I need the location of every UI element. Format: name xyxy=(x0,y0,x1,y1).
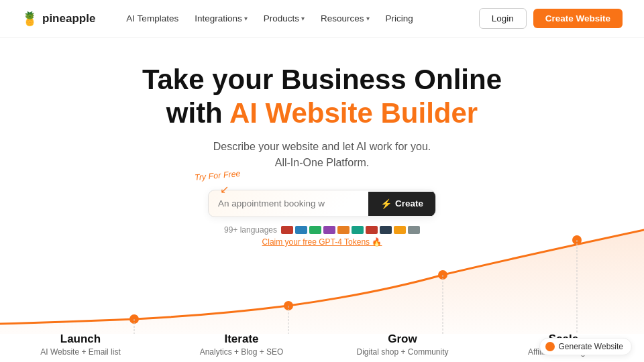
generate-badge-label: Generate Website xyxy=(559,342,624,351)
nav-links: AI Templates Integrations ▾ Products ▾ R… xyxy=(119,9,478,27)
hero-section: Take your Business Online with AI Websit… xyxy=(0,38,644,247)
nav-item-pricing[interactable]: Pricing xyxy=(379,9,420,27)
stage-grow-name: Grow xyxy=(322,333,483,346)
stage-iterate: Iterate Analytics + Blog + SEO xyxy=(161,333,322,362)
stage-launch-name: Launch xyxy=(0,333,161,346)
stage-launch-desc: AI Website + Email list xyxy=(0,347,161,357)
nav-item-products[interactable]: Products ▾ xyxy=(257,9,311,27)
input-wrapper: Try For Free ↙ ⚡ Create xyxy=(208,190,436,217)
stage-grow: Grow Digital shop + Community xyxy=(322,333,483,362)
logo-text: pineapple xyxy=(42,12,95,25)
logo-icon: 🍍 xyxy=(21,11,38,27)
resources-chevron-icon: ▾ xyxy=(366,15,370,22)
hero-subtitle: Describe your website and let AI work fo… xyxy=(0,139,644,171)
lightning-icon: ⚡ xyxy=(380,198,392,209)
create-website-button[interactable]: Create Website xyxy=(533,9,623,28)
navbar: 🍍 pineapple AI Templates Integrations ▾ … xyxy=(0,0,644,38)
nav-item-resources[interactable]: Resources ▾ xyxy=(314,9,376,27)
login-button[interactable]: Login xyxy=(479,8,527,29)
products-chevron-icon: ▾ xyxy=(301,15,305,22)
stage-grow-desc: Digital shop + Community xyxy=(322,347,483,357)
hero-title: Take your Business Online with AI Websit… xyxy=(0,63,644,129)
create-button[interactable]: ⚡ Create xyxy=(368,192,435,216)
stage-iterate-name: Iterate xyxy=(161,333,322,346)
try-arrow-icon: ↙ xyxy=(220,183,229,196)
website-description-input[interactable] xyxy=(209,190,368,217)
create-input-row: ⚡ Create xyxy=(208,190,436,217)
nav-item-integrations[interactable]: Integrations ▾ xyxy=(188,9,254,27)
try-label: Try For Free xyxy=(195,169,241,182)
nav-actions: Login Create Website xyxy=(479,8,623,29)
generate-dot-icon xyxy=(545,342,555,351)
stage-iterate-desc: Analytics + Blog + SEO xyxy=(161,347,322,357)
nav-item-ai-templates[interactable]: AI Templates xyxy=(119,9,185,27)
logo[interactable]: 🍍 pineapple xyxy=(21,11,95,27)
generate-website-badge[interactable]: Generate Website xyxy=(539,338,633,355)
integrations-chevron-icon: ▾ xyxy=(244,15,248,22)
stage-launch: Launch AI Website + Email list xyxy=(0,333,161,362)
